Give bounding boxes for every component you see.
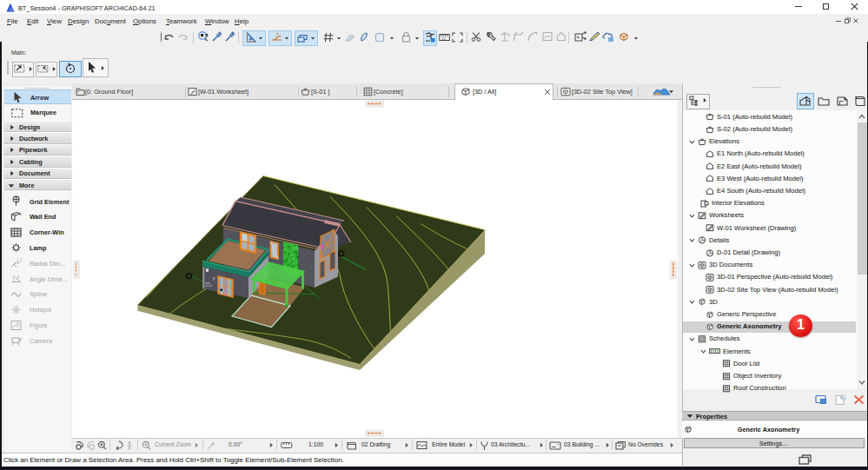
svg-text:α: α <box>17 275 20 279</box>
svg-text:1.2: 1.2 <box>17 258 22 262</box>
svg-text:12: 12 <box>442 36 447 41</box>
